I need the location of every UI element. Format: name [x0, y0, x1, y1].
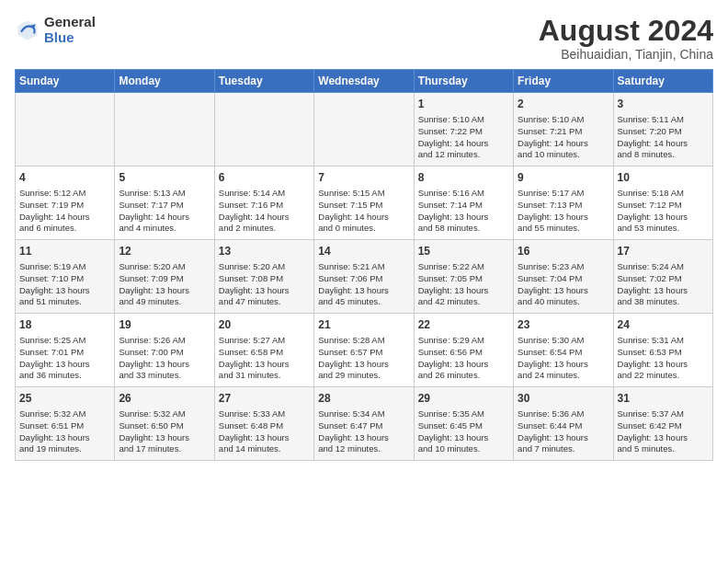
calendar-header: SundayMondayTuesdayWednesdayThursdayFrid…	[16, 70, 713, 93]
cell-content: Sunrise: 5:27 AM Sunset: 6:58 PM Dayligh…	[219, 335, 310, 382]
cell-content: Sunrise: 5:36 AM Sunset: 6:44 PM Dayligh…	[518, 408, 609, 455]
cell-content: Sunrise: 5:10 AM Sunset: 7:22 PM Dayligh…	[418, 114, 509, 161]
calendar-cell: 24Sunrise: 5:31 AM Sunset: 6:53 PM Dayli…	[613, 314, 712, 387]
cell-content: Sunrise: 5:19 AM Sunset: 7:10 PM Dayligh…	[19, 261, 110, 308]
weekday-header-tuesday: Tuesday	[214, 70, 313, 93]
calendar-week-row: 25Sunrise: 5:32 AM Sunset: 6:51 PM Dayli…	[16, 387, 713, 461]
day-number: 6	[219, 170, 310, 186]
calendar-cell: 12Sunrise: 5:20 AM Sunset: 7:09 PM Dayli…	[115, 240, 214, 314]
calendar-cell: 11Sunrise: 5:19 AM Sunset: 7:10 PM Dayli…	[16, 240, 115, 314]
cell-content: Sunrise: 5:15 AM Sunset: 7:15 PM Dayligh…	[318, 188, 409, 235]
cell-content: Sunrise: 5:32 AM Sunset: 6:51 PM Dayligh…	[19, 408, 110, 455]
day-number: 28	[318, 391, 409, 407]
cell-content: Sunrise: 5:22 AM Sunset: 7:05 PM Dayligh…	[418, 261, 509, 308]
day-number: 12	[119, 244, 210, 259]
day-number: 31	[618, 391, 709, 407]
day-number: 29	[418, 391, 509, 407]
calendar-cell: 16Sunrise: 5:23 AM Sunset: 7:04 PM Dayli…	[514, 240, 613, 314]
day-number: 26	[119, 391, 210, 407]
cell-content: Sunrise: 5:21 AM Sunset: 7:06 PM Dayligh…	[318, 261, 409, 308]
calendar-cell: 20Sunrise: 5:27 AM Sunset: 6:58 PM Dayli…	[214, 314, 313, 387]
calendar-cell: 23Sunrise: 5:30 AM Sunset: 6:54 PM Dayli…	[514, 314, 613, 387]
location: Beihuaidian, Tianjin, China	[539, 47, 713, 62]
calendar-cell: 13Sunrise: 5:20 AM Sunset: 7:08 PM Dayli…	[214, 240, 313, 314]
day-number: 7	[318, 170, 409, 186]
cell-content: Sunrise: 5:28 AM Sunset: 6:57 PM Dayligh…	[318, 335, 409, 382]
calendar-cell: 17Sunrise: 5:24 AM Sunset: 7:02 PM Dayli…	[613, 240, 712, 314]
cell-content: Sunrise: 5:31 AM Sunset: 6:53 PM Dayligh…	[618, 335, 709, 382]
cell-content: Sunrise: 5:10 AM Sunset: 7:21 PM Dayligh…	[518, 114, 609, 161]
cell-content: Sunrise: 5:34 AM Sunset: 6:47 PM Dayligh…	[318, 408, 409, 455]
calendar-cell: 7Sunrise: 5:15 AM Sunset: 7:15 PM Daylig…	[314, 167, 414, 240]
day-number: 27	[219, 391, 310, 407]
weekday-header-row: SundayMondayTuesdayWednesdayThursdayFrid…	[16, 70, 713, 93]
weekday-header-friday: Friday	[514, 70, 613, 93]
day-number: 30	[518, 391, 609, 407]
cell-content: Sunrise: 5:11 AM Sunset: 7:20 PM Dayligh…	[618, 114, 709, 161]
day-number: 1	[418, 97, 509, 112]
calendar-cell: 21Sunrise: 5:28 AM Sunset: 6:57 PM Dayli…	[314, 314, 414, 387]
day-number: 20	[219, 317, 310, 333]
calendar-cell: 15Sunrise: 5:22 AM Sunset: 7:05 PM Dayli…	[414, 240, 513, 314]
cell-content: Sunrise: 5:18 AM Sunset: 7:12 PM Dayligh…	[618, 188, 709, 235]
cell-content: Sunrise: 5:12 AM Sunset: 7:19 PM Dayligh…	[19, 188, 110, 235]
day-number: 22	[418, 317, 509, 333]
day-number: 3	[618, 97, 709, 112]
cell-content: Sunrise: 5:26 AM Sunset: 7:00 PM Dayligh…	[119, 335, 210, 382]
day-number: 21	[318, 317, 409, 333]
calendar-cell: 5Sunrise: 5:13 AM Sunset: 7:17 PM Daylig…	[115, 167, 214, 240]
day-number: 9	[518, 170, 609, 186]
calendar-cell: 2Sunrise: 5:10 AM Sunset: 7:21 PM Daylig…	[514, 93, 613, 167]
cell-content: Sunrise: 5:35 AM Sunset: 6:45 PM Dayligh…	[418, 408, 509, 455]
calendar-cell	[115, 93, 214, 167]
cell-content: Sunrise: 5:14 AM Sunset: 7:16 PM Dayligh…	[219, 188, 310, 235]
calendar-cell: 25Sunrise: 5:32 AM Sunset: 6:51 PM Dayli…	[16, 387, 115, 461]
cell-content: Sunrise: 5:16 AM Sunset: 7:14 PM Dayligh…	[418, 188, 509, 235]
calendar-cell: 6Sunrise: 5:14 AM Sunset: 7:16 PM Daylig…	[214, 167, 313, 240]
calendar-cell: 14Sunrise: 5:21 AM Sunset: 7:06 PM Dayli…	[314, 240, 414, 314]
day-number: 8	[418, 170, 509, 186]
calendar-cell: 28Sunrise: 5:34 AM Sunset: 6:47 PM Dayli…	[314, 387, 414, 461]
day-number: 25	[19, 391, 110, 407]
cell-content: Sunrise: 5:24 AM Sunset: 7:02 PM Dayligh…	[618, 261, 709, 308]
calendar-cell: 18Sunrise: 5:25 AM Sunset: 7:01 PM Dayli…	[16, 314, 115, 387]
calendar-cell: 9Sunrise: 5:17 AM Sunset: 7:13 PM Daylig…	[514, 167, 613, 240]
logo-general-text: General	[44, 15, 96, 30]
weekday-header-saturday: Saturday	[613, 70, 712, 93]
day-number: 17	[618, 244, 709, 259]
cell-content: Sunrise: 5:13 AM Sunset: 7:17 PM Dayligh…	[119, 188, 210, 235]
weekday-header-monday: Monday	[115, 70, 214, 93]
calendar-cell	[314, 93, 414, 167]
cell-content: Sunrise: 5:20 AM Sunset: 7:08 PM Dayligh…	[219, 261, 310, 308]
calendar-cell: 22Sunrise: 5:29 AM Sunset: 6:56 PM Dayli…	[414, 314, 513, 387]
calendar-cell: 31Sunrise: 5:37 AM Sunset: 6:42 PM Dayli…	[613, 387, 712, 461]
calendar-cell: 27Sunrise: 5:33 AM Sunset: 6:48 PM Dayli…	[214, 387, 313, 461]
calendar-body: 1Sunrise: 5:10 AM Sunset: 7:22 PM Daylig…	[16, 93, 713, 461]
cell-content: Sunrise: 5:23 AM Sunset: 7:04 PM Dayligh…	[518, 261, 609, 308]
day-number: 16	[518, 244, 609, 259]
calendar-cell: 3Sunrise: 5:11 AM Sunset: 7:20 PM Daylig…	[613, 93, 712, 167]
cell-content: Sunrise: 5:17 AM Sunset: 7:13 PM Dayligh…	[518, 188, 609, 235]
day-number: 19	[119, 317, 210, 333]
logo: General Blue	[15, 15, 96, 45]
day-number: 18	[19, 317, 110, 333]
title-block: August 2024 Beihuaidian, Tianjin, China	[539, 15, 713, 62]
calendar-table: SundayMondayTuesdayWednesdayThursdayFrid…	[15, 69, 713, 461]
day-number: 24	[618, 317, 709, 333]
cell-content: Sunrise: 5:37 AM Sunset: 6:42 PM Dayligh…	[618, 408, 709, 455]
day-number: 10	[618, 170, 709, 186]
day-number: 15	[418, 244, 509, 259]
logo-blue-text: Blue	[44, 30, 96, 46]
calendar-week-row: 1Sunrise: 5:10 AM Sunset: 7:22 PM Daylig…	[16, 93, 713, 167]
calendar-cell: 8Sunrise: 5:16 AM Sunset: 7:14 PM Daylig…	[414, 167, 513, 240]
header: General Blue August 2024 Beihuaidian, Ti…	[15, 15, 713, 62]
calendar-cell	[214, 93, 313, 167]
calendar-cell: 19Sunrise: 5:26 AM Sunset: 7:00 PM Dayli…	[115, 314, 214, 387]
logo-icon	[15, 17, 40, 43]
weekday-header-wednesday: Wednesday	[314, 70, 414, 93]
weekday-header-sunday: Sunday	[16, 70, 115, 93]
cell-content: Sunrise: 5:32 AM Sunset: 6:50 PM Dayligh…	[119, 408, 210, 455]
logo-text: General Blue	[44, 15, 96, 45]
day-number: 23	[518, 317, 609, 333]
page-container: General Blue August 2024 Beihuaidian, Ti…	[0, 0, 728, 470]
